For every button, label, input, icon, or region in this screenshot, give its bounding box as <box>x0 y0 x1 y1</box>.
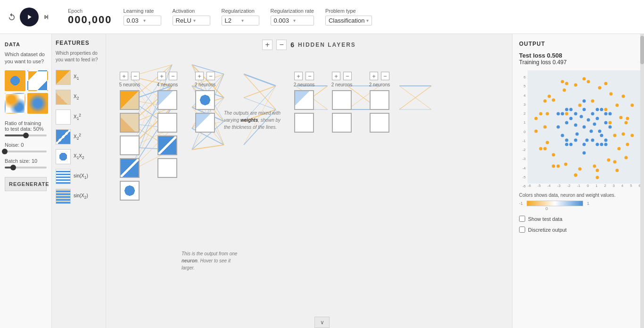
neuron-1-1[interactable] <box>120 90 140 110</box>
dot-blue <box>600 108 603 111</box>
play-button[interactable] <box>20 8 39 26</box>
neuron-2-3[interactable] <box>157 135 177 155</box>
feature-sinx2-label: sin(X2) <box>74 193 88 200</box>
regenerate-button[interactable]: REGENERATE <box>5 177 47 191</box>
activation-group: Activation ReLU ▾ <box>173 8 210 25</box>
dot-blue <box>604 121 608 124</box>
learning-rate-select[interactable]: 0.03 ▾ <box>124 16 161 25</box>
feature-x1x2[interactable]: X1X2 <box>56 149 102 164</box>
neuron-3-1[interactable] <box>195 90 215 110</box>
regularization-rate-group: Regularization rate 0.003 ▾ <box>271 8 314 25</box>
layer-1-add[interactable]: + <box>120 72 128 80</box>
tooltip-weights: The outputs are mixed with varying weigh… <box>224 109 285 131</box>
dot-blue <box>609 126 612 129</box>
dot-blue <box>583 151 586 155</box>
neuron-1-3[interactable] <box>120 135 140 155</box>
dataset-xor[interactable] <box>27 70 48 91</box>
dot-orange <box>598 86 602 89</box>
feature-sinx1[interactable]: sin(X1) <box>56 169 102 184</box>
neuron-1-5[interactable]: ↑ <box>120 181 140 201</box>
dot-orange <box>535 117 538 120</box>
problem-type-select[interactable]: Classification ▾ <box>325 16 372 25</box>
center-area: FEATURES Which properties do you want to… <box>52 34 512 328</box>
feature-x1x2-label: X1X2 <box>74 153 84 160</box>
neuron-1-2[interactable] <box>120 113 140 133</box>
neuron-5-1[interactable] <box>332 90 352 110</box>
dot-blue <box>591 112 594 116</box>
layer-5-remove[interactable]: − <box>343 72 352 80</box>
neuron-6-2[interactable] <box>370 113 389 133</box>
layer-1-remove[interactable]: − <box>131 72 140 80</box>
layer-6-add[interactable]: + <box>370 72 378 80</box>
layer-4-remove[interactable]: − <box>305 72 314 80</box>
dataset-circle[interactable] <box>5 70 25 91</box>
dot-orange <box>604 108 608 111</box>
dot-orange <box>552 165 555 168</box>
neuron-1-4[interactable] <box>120 158 140 178</box>
neuron-4-2[interactable] <box>294 113 314 133</box>
dot-blue <box>570 108 573 111</box>
dot-orange <box>616 103 619 107</box>
feature-sinx2[interactable]: sin(X2) <box>56 189 102 204</box>
dot-orange <box>552 98 555 101</box>
ratio-thumb[interactable] <box>23 133 29 138</box>
neuron-3-2[interactable] <box>195 113 215 133</box>
dot-orange <box>578 167 581 170</box>
bottom-chevron[interactable]: ∨ <box>314 317 330 328</box>
scrollbar-thumb[interactable] <box>640 36 644 64</box>
layer-3-remove[interactable]: − <box>206 72 215 80</box>
dot-blue <box>585 138 588 142</box>
batch-slider-group: Batch size: 10 <box>5 158 47 168</box>
layer-2-remove[interactable]: − <box>169 72 177 80</box>
dot-orange <box>539 112 542 116</box>
discretize-checkbox[interactable] <box>519 227 525 233</box>
show-test-checkbox[interactable] <box>519 216 525 222</box>
noise-track[interactable] <box>5 151 47 152</box>
layer-3-add[interactable]: + <box>195 72 204 80</box>
feature-x1sq[interactable]: X12 <box>56 109 102 125</box>
reset-button[interactable] <box>8 13 16 21</box>
feature-x1[interactable]: X1 <box>56 70 102 85</box>
dot-blue <box>589 130 593 133</box>
regularization-select[interactable]: L2 ▾ <box>222 16 259 25</box>
scrollbar[interactable] <box>640 34 644 328</box>
layer-2-add[interactable]: + <box>157 72 166 80</box>
activation-select[interactable]: ReLU ▾ <box>173 16 210 25</box>
dot-blue <box>556 126 560 129</box>
regularization-rate-select[interactable]: 0.003 ▾ <box>271 16 314 25</box>
batch-track[interactable] <box>5 167 47 168</box>
discretize-row: Discretize output <box>519 227 637 233</box>
regularization-group: Regularization L2 ▾ <box>222 8 259 25</box>
layer-1-count: 5 neurons <box>119 82 140 87</box>
remove-layer-button[interactable]: − <box>276 40 287 50</box>
neuron-2-1[interactable] <box>157 90 177 110</box>
layer-4-add[interactable]: + <box>294 72 303 80</box>
neuron-4-1[interactable] <box>294 90 314 110</box>
step-button[interactable] <box>42 13 51 21</box>
y-axis: 654321 0 -1-2-3-4-5-6 <box>519 75 526 188</box>
ratio-track[interactable] <box>5 135 47 136</box>
dataset-spiral[interactable] <box>27 93 48 114</box>
discretize-label[interactable]: Discretize output <box>528 227 567 233</box>
neuron-2-2[interactable] <box>157 113 177 133</box>
show-test-label[interactable]: Show test data <box>528 216 562 222</box>
feature-x2[interactable]: X2 <box>56 90 102 105</box>
layer-6: + − 2 neurons <box>361 72 398 203</box>
feature-x2sq[interactable]: X22 <box>56 129 102 144</box>
output-scatter <box>528 70 641 184</box>
neuron-5-2[interactable] <box>332 113 352 133</box>
dot-orange <box>622 132 625 135</box>
neuron-2-4[interactable] <box>157 158 177 178</box>
batch-thumb[interactable] <box>10 165 16 170</box>
dot-orange <box>539 147 542 151</box>
noise-slider-group: Noise: 0 <box>5 142 47 152</box>
epoch-label: Epoch <box>68 8 112 14</box>
layer-5-add[interactable]: + <box>332 72 340 80</box>
dataset-cluster[interactable] <box>5 93 25 114</box>
neuron-6-1[interactable] <box>370 90 389 110</box>
add-layer-button[interactable]: + <box>262 40 272 50</box>
noise-thumb[interactable] <box>2 149 8 154</box>
dot-orange <box>626 143 629 146</box>
layer-3: + − 2 neurons <box>186 72 224 203</box>
layer-6-remove[interactable]: − <box>381 72 389 80</box>
